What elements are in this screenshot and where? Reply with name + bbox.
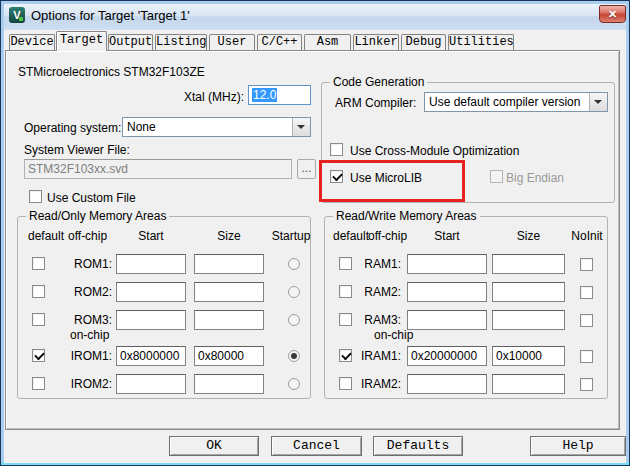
default-checkbox[interactable] <box>339 285 352 298</box>
close-button[interactable]: ✕ <box>599 5 626 23</box>
xtal-value: 12.0 <box>252 88 277 102</box>
arm-compiler-value: Use default compiler version <box>429 95 580 109</box>
start-input[interactable] <box>116 346 186 366</box>
tab-output[interactable]: Output <box>108 34 153 50</box>
microlib-highlight-annotation <box>319 160 465 202</box>
os-dropdown[interactable]: None <box>122 117 311 137</box>
svf-browse-button[interactable]: ... <box>297 159 316 179</box>
noinit-checkbox[interactable] <box>580 258 593 271</box>
close-icon: ✕ <box>608 8 617 20</box>
tab-device[interactable]: Device <box>9 34 55 50</box>
default-checkbox[interactable] <box>339 377 352 390</box>
os-label: Operating system: <box>24 121 121 135</box>
cross-module-label: Use Cross-Module Optimization <box>350 144 519 158</box>
start-input[interactable] <box>407 346 487 366</box>
start-input[interactable] <box>116 310 186 330</box>
device-name-label: STMicroelectronics STM32F103ZE <box>18 65 205 79</box>
use-custom-file-checkbox[interactable] <box>29 190 42 203</box>
size-input[interactable] <box>194 254 264 274</box>
size-input[interactable] <box>492 282 565 302</box>
size-input[interactable] <box>492 374 565 394</box>
tab-linker[interactable]: Linker <box>353 34 399 50</box>
read-only-memory-group: Read/Only Memory Areas default off-chip … <box>17 216 311 399</box>
tab-target[interactable]: Target <box>56 31 107 51</box>
size-input[interactable] <box>492 346 565 366</box>
header-startup: Startup <box>268 229 314 243</box>
read-write-memory-group: Read/Write Memory Areas default off-chip… <box>324 216 608 399</box>
os-dropdown-value: None <box>127 120 156 134</box>
header-size: Size <box>194 229 264 243</box>
tab-utilities[interactable]: Utilities <box>448 34 514 50</box>
memory-row-label: RAM2: <box>355 285 401 299</box>
start-input[interactable] <box>407 310 487 330</box>
size-input[interactable] <box>194 282 264 302</box>
size-input[interactable] <box>194 310 264 330</box>
check-icon <box>341 350 352 361</box>
header-offchip: off-chip <box>368 229 407 243</box>
help-button[interactable]: Help <box>530 436 626 456</box>
arm-compiler-dropdown[interactable]: Use default compiler version <box>424 92 608 112</box>
xtal-label: Xtal (MHz): <box>151 90 244 104</box>
dropdown-arrow-icon[interactable] <box>292 118 310 136</box>
startup-radio[interactable] <box>288 378 300 390</box>
memory-row-rom2: ROM2: <box>18 282 310 303</box>
tab-c-cpp[interactable]: C/C++ <box>257 34 302 50</box>
size-input[interactable] <box>492 254 565 274</box>
memory-row-label: RAM1: <box>355 257 401 271</box>
default-checkbox[interactable] <box>339 257 352 270</box>
start-input[interactable] <box>407 282 487 302</box>
default-checkbox[interactable] <box>32 377 45 390</box>
start-input[interactable] <box>116 254 186 274</box>
start-input[interactable] <box>407 374 487 394</box>
ok-button[interactable]: OK <box>169 436 259 456</box>
start-input[interactable] <box>116 374 186 394</box>
tab-user[interactable]: User <box>209 34 255 50</box>
default-checkbox[interactable] <box>339 349 352 362</box>
default-checkbox[interactable] <box>339 313 352 326</box>
default-checkbox[interactable] <box>32 313 45 326</box>
memory-row-rom1: ROM1: <box>18 254 310 275</box>
default-checkbox[interactable] <box>32 349 45 362</box>
startup-radio[interactable] <box>288 350 300 362</box>
tab-debug[interactable]: Debug <box>401 34 446 50</box>
memory-row-ram3: RAM3: <box>325 310 607 331</box>
options-dialog: V Options for Target 'Target 1' ✕ Device… <box>0 0 630 466</box>
memory-row-label: ROM1: <box>66 257 112 271</box>
default-checkbox[interactable] <box>32 257 45 270</box>
startup-radio[interactable] <box>288 286 300 298</box>
header-default: default <box>333 229 369 243</box>
cross-module-checkbox[interactable] <box>330 143 343 156</box>
onchip-label: on-chip <box>70 328 109 342</box>
noinit-checkbox[interactable] <box>580 350 593 363</box>
memory-row-ram2: RAM2: <box>325 282 607 303</box>
noinit-checkbox[interactable] <box>580 314 593 327</box>
noinit-checkbox[interactable] <box>580 378 593 391</box>
size-input[interactable] <box>194 346 264 366</box>
memory-row-iram1: IRAM1: <box>325 346 607 367</box>
header-noinit: NoInit <box>565 229 609 243</box>
size-input[interactable] <box>194 374 264 394</box>
dropdown-arrow-icon[interactable] <box>589 93 607 111</box>
startup-radio[interactable] <box>288 314 300 326</box>
header-default: default <box>28 229 64 243</box>
noinit-checkbox[interactable] <box>580 286 593 299</box>
read-only-memory-title: Read/Only Memory Areas <box>26 209 169 223</box>
cancel-button[interactable]: Cancel <box>271 436 362 456</box>
uvision-logo-icon: V <box>9 7 25 23</box>
memory-row-label: ROM3: <box>66 313 112 327</box>
memory-row-label: RAM3: <box>355 313 401 327</box>
tab-asm[interactable]: Asm <box>304 34 351 50</box>
startup-radio[interactable] <box>288 258 300 270</box>
defaults-button[interactable]: Defaults <box>373 436 463 456</box>
check-icon <box>34 350 45 361</box>
default-checkbox[interactable] <box>32 285 45 298</box>
svf-label: System Viewer File: <box>24 143 130 157</box>
titlebar[interactable]: V Options for Target 'Target 1' ✕ <box>4 4 626 30</box>
start-input[interactable] <box>116 282 186 302</box>
svf-input: STM32F103xx.svd <box>24 159 292 179</box>
start-input[interactable] <box>407 254 487 274</box>
tab-listing[interactable]: Listing <box>155 34 207 50</box>
xtal-input[interactable]: 12.0 <box>248 85 311 105</box>
size-input[interactable] <box>492 310 565 330</box>
arm-compiler-label: ARM Compiler: <box>335 96 416 110</box>
